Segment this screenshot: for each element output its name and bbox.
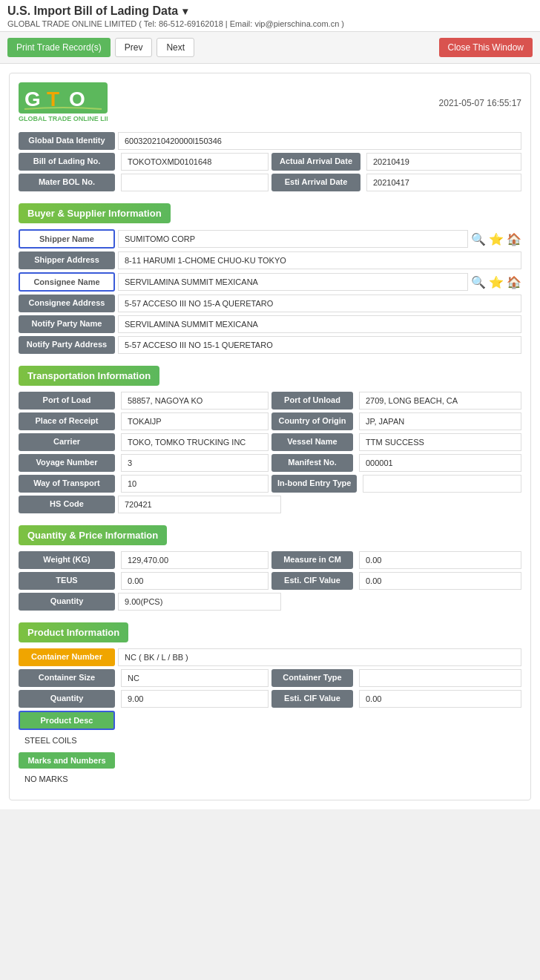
- consignee-name-label: Consignee Name: [19, 272, 115, 292]
- doc-timestamp: 2021-05-07 16:55:17: [439, 98, 521, 108]
- shipper-name-value: SUMITOMO CORP: [118, 230, 468, 248]
- identity-section: Global Data Identity 600320210420000l150…: [19, 132, 521, 191]
- container-size-col: Container Size NC: [19, 669, 269, 687]
- pol-label: Port of Load: [19, 392, 115, 410]
- hs-code-label: HS Code: [19, 496, 115, 513]
- dropdown-icon[interactable]: ▾: [182, 5, 188, 17]
- coo-col: Country of Origin JP, JAPAN: [271, 412, 521, 430]
- teus-label: TEUS: [19, 572, 115, 590]
- weight-measure-row: Weight (KG) 129,470.00 Measure in CM 0.0…: [19, 551, 521, 569]
- shipper-icons: 🔍 ⭐ 🏠: [471, 232, 521, 246]
- container-type-value: [359, 669, 521, 687]
- qty-value: 9.00(PCS): [118, 593, 281, 611]
- marks-value: NO MARKS: [19, 770, 74, 788]
- shipper-address-value: 8-11 HARUMI 1-CHOME CHUO-KU TOKYO: [118, 251, 521, 269]
- close-window-button[interactable]: Close This Window: [439, 38, 533, 57]
- qty-row: Quantity 9.00(PCS): [19, 593, 521, 611]
- notify-party-name-label: Notify Party Name: [19, 315, 115, 333]
- bol-col: Bill of Lading No. TOKOTOXMD0101648: [19, 153, 269, 171]
- qty-price-header: Quantity & Price Information: [19, 525, 167, 545]
- toolbar: Print Trade Record(s) Prev Next Close Th…: [0, 32, 540, 64]
- pou-value: 2709, LONG BEACH, CA: [359, 392, 521, 410]
- consignee-search-icon[interactable]: 🔍: [471, 275, 486, 289]
- por-col: Place of Receipt TOKAIJP: [19, 412, 269, 430]
- print-button[interactable]: Print Trade Record(s): [7, 38, 111, 57]
- notify-party-address-row: Notify Party Address 5-57 ACCESO III NO …: [19, 336, 521, 354]
- gto-logo-svg: G T O GLOBAL TRADE ONLINE LIMITED: [19, 82, 108, 123]
- voyage-manifest-row: Voyage Number 3 Manifest No. 000001: [19, 454, 521, 472]
- esti-arrival-col: Esti Arrival Date 20210417: [271, 174, 521, 191]
- product-qty-value: 9.00: [121, 690, 269, 708]
- doc-logo: G T O GLOBAL TRADE ONLINE LIMITED: [19, 82, 108, 123]
- next-button[interactable]: Next: [157, 38, 194, 57]
- global-data-value: 600320210420000l150346: [118, 132, 521, 150]
- carrier-value: TOKO, TOMKO TRUCKING INC: [121, 433, 269, 451]
- weight-col: Weight (KG) 129,470.00: [19, 551, 269, 569]
- port-row: Port of Load 58857, NAGOYA KO Port of Un…: [19, 392, 521, 410]
- way-label: Way of Transport: [19, 475, 115, 493]
- teus-col: TEUS 0.00: [19, 572, 269, 590]
- voyage-col: Voyage Number 3: [19, 454, 269, 472]
- pol-col: Port of Load 58857, NAGOYA KO: [19, 392, 269, 410]
- carrier-vessel-row: Carrier TOKO, TOMKO TRUCKING INC Vessel …: [19, 433, 521, 451]
- receipt-origin-row: Place of Receipt TOKAIJP Country of Orig…: [19, 412, 521, 430]
- manifest-value: 000001: [359, 454, 521, 472]
- consignee-address-value: 5-57 ACCESO III NO 15-A QUERETARO: [118, 295, 521, 312]
- por-value: TOKAIJP: [121, 412, 269, 430]
- product-desc-value-row: STEEL COILS: [19, 731, 521, 749]
- product-qty-col: Quantity 9.00: [19, 690, 269, 708]
- product-desc-label: Product Desc: [19, 711, 115, 730]
- marks-label: Marks and Numbers: [19, 752, 115, 769]
- actual-arrival-label: Actual Arrival Date: [271, 153, 360, 171]
- shipper-name-label: Shipper Name: [19, 229, 115, 249]
- way-value: 10: [121, 475, 269, 493]
- consignee-name-row: Consignee Name SERVILAMINA SUMMIT MEXICA…: [19, 272, 521, 292]
- actual-arrival-col: Actual Arrival Date 20210419: [271, 153, 521, 171]
- product-cif-col: Esti. CIF Value 0.00: [271, 690, 521, 708]
- search-icon[interactable]: 🔍: [471, 232, 486, 246]
- marks-label-row: Marks and Numbers: [19, 752, 521, 769]
- mater-bol-row: Mater BOL No. Esti Arrival Date 20210417: [19, 174, 521, 191]
- weight-label: Weight (KG): [19, 551, 115, 569]
- manifest-label: Manifest No.: [271, 454, 353, 472]
- page-subtitle: GLOBAL TRADE ONLINE LIMITED ( Tel: 86-51…: [7, 19, 533, 28]
- prev-button[interactable]: Prev: [115, 38, 153, 57]
- pol-value: 58857, NAGOYA KO: [121, 392, 269, 410]
- container-size-type-row: Container Size NC Container Type: [19, 669, 521, 687]
- main-content: G T O GLOBAL TRADE ONLINE LIMITED 2021-0…: [0, 64, 540, 809]
- container-number-row: Container Number NC ( BK / L / BB ): [19, 648, 521, 666]
- hs-code-value: 720421: [118, 496, 281, 513]
- measure-col: Measure in CM 0.00: [271, 551, 521, 569]
- consignee-home-icon[interactable]: 🏠: [507, 275, 521, 289]
- buyer-supplier-header: Buyer & Supplier Information: [19, 203, 171, 223]
- transportation-section: Transportation Information Port of Load …: [19, 357, 521, 513]
- esti-arrival-label: Esti Arrival Date: [271, 174, 360, 191]
- notify-party-name-row: Notify Party Name SERVILAMINA SUMMIT MEX…: [19, 315, 521, 333]
- manifest-col: Manifest No. 000001: [271, 454, 521, 472]
- weight-value: 129,470.00: [121, 551, 269, 569]
- doc-header: G T O GLOBAL TRADE ONLINE LIMITED 2021-0…: [19, 82, 521, 123]
- esti-cif-value: 0.00: [359, 572, 521, 590]
- esti-cif-label: Esti. CIF Value: [271, 572, 353, 590]
- home-icon[interactable]: 🏠: [507, 232, 521, 246]
- way-col: Way of Transport 10: [19, 475, 269, 493]
- notify-party-name-value: SERVILAMINA SUMMIT MEXICANA: [118, 315, 521, 333]
- container-size-value: NC: [121, 669, 269, 687]
- svg-text:GLOBAL TRADE ONLINE LIMITED: GLOBAL TRADE ONLINE LIMITED: [19, 115, 108, 122]
- page-header: U.S. Import Bill of Lading Data ▾ GLOBAL…: [0, 0, 540, 32]
- esti-cif-col: Esti. CIF Value 0.00: [271, 572, 521, 590]
- inbond-value: [363, 475, 521, 493]
- container-number-label: Container Number: [19, 648, 115, 666]
- star-icon[interactable]: ⭐: [489, 232, 504, 246]
- vessel-col: Vessel Name TTM SUCCESS: [271, 433, 521, 451]
- product-cif-value: 0.00: [359, 690, 521, 708]
- shipper-address-row: Shipper Address 8-11 HARUMI 1-CHOME CHUO…: [19, 251, 521, 269]
- mater-bol-label: Mater BOL No.: [19, 174, 115, 191]
- page-title: U.S. Import Bill of Lading Data ▾: [7, 4, 188, 18]
- consignee-star-icon[interactable]: ⭐: [489, 275, 504, 289]
- product-qty-cif-row: Quantity 9.00 Esti. CIF Value 0.00: [19, 690, 521, 708]
- global-data-row: Global Data Identity 600320210420000l150…: [19, 132, 521, 150]
- buyer-supplier-section: Buyer & Supplier Information Shipper Nam…: [19, 194, 521, 354]
- vessel-value: TTM SUCCESS: [359, 433, 521, 451]
- container-number-value: NC ( BK / L / BB ): [118, 648, 521, 666]
